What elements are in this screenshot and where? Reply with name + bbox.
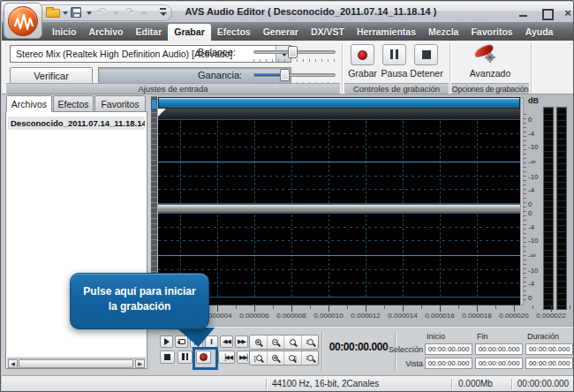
stop-playback-button[interactable] xyxy=(160,351,175,364)
file-list-item[interactable]: Desconocido_2011.07.14_11.18.14 xyxy=(8,117,145,130)
tab-archivo[interactable]: Archivo xyxy=(82,24,129,41)
sidebar-tab-favoritos[interactable]: Favoritos xyxy=(94,95,146,112)
status-separator xyxy=(511,379,512,390)
overview-seek-bar[interactable] xyxy=(158,97,520,109)
timeline-label: 0.000016 xyxy=(421,312,458,320)
record-button-highlight xyxy=(193,347,218,370)
save-icon[interactable] xyxy=(71,7,81,18)
cursor-button[interactable]: I xyxy=(205,335,218,348)
group-label-record-controls: Controles de grabación xyxy=(344,83,449,94)
ribbon: Stereo Mix (Realtek High Definition Audi… xyxy=(2,41,574,94)
vertical-zoom-thumb[interactable] xyxy=(151,99,157,109)
group-separator xyxy=(449,42,450,93)
tooltip-text-line2: la grabación xyxy=(71,299,208,314)
tab-favoritos[interactable]: Favoritos xyxy=(464,24,518,41)
timeline-label: 0.000014 xyxy=(384,312,421,320)
timeline-label: 0.000008 xyxy=(273,312,310,320)
selection-start-field[interactable]: 00:00:00.000 xyxy=(425,343,472,355)
transport-panel: I ◀◀ ▶▶ ▕◀◀ ▶▶▏ + − ⁞ [ + ] ⁞ 00:00:00.0… xyxy=(151,326,573,375)
vista-start-field[interactable]: 00:00:00.000 xyxy=(425,358,472,369)
file-list: Desconocido_2011.07.14_11.18.14 ◀ ▶ xyxy=(5,111,147,369)
undo-dropdown-arrow-icon[interactable] xyxy=(113,11,118,15)
timeline-label: 0.000006 xyxy=(236,312,273,320)
open-folder-icon[interactable] xyxy=(46,9,60,18)
redo-dropdown-arrow-icon[interactable] xyxy=(141,11,147,15)
open-dropdown-arrow-icon[interactable] xyxy=(63,11,68,15)
undo-icon[interactable]: ↶ xyxy=(97,5,106,18)
waveform-channel-right[interactable] xyxy=(158,213,520,298)
zoom-selection-end-button[interactable]: ] xyxy=(284,351,302,365)
zoom-selection-icon xyxy=(290,339,296,345)
tab-dxvst[interactable]: DX/VST xyxy=(305,24,351,41)
gain-slider[interactable] xyxy=(253,73,336,77)
zoom-toolbar-row1: + − ⁞ xyxy=(249,335,319,350)
zoom-in-icon: + xyxy=(255,339,261,345)
play-position-marker-icon[interactable] xyxy=(158,109,166,117)
tab-herramientas[interactable]: Herramientas xyxy=(351,24,422,41)
zoom-level-button[interactable]: ⁞ xyxy=(302,335,319,349)
close-button[interactable]: × xyxy=(561,7,574,19)
play-button[interactable] xyxy=(160,335,173,348)
stop-icon xyxy=(164,354,170,360)
stop-button[interactable] xyxy=(414,44,438,65)
balance-slider-ticks xyxy=(253,59,336,62)
group-separator xyxy=(531,42,532,93)
maximize-button[interactable] xyxy=(540,7,554,19)
minimize-button[interactable] xyxy=(517,7,531,19)
gear-icon xyxy=(487,54,494,61)
loop-play-button[interactable] xyxy=(175,335,188,348)
tab-generar[interactable]: Generar xyxy=(257,24,305,41)
zoom-vertical-level-button[interactable]: ⁞ xyxy=(302,351,319,365)
zoom-out-button[interactable]: − xyxy=(268,335,285,349)
gain-slider-thumb[interactable] xyxy=(280,69,290,81)
advanced-button[interactable] xyxy=(469,45,504,66)
record-button[interactable] xyxy=(351,44,374,65)
channel-divider[interactable] xyxy=(158,204,520,213)
record-button-label: Grabar xyxy=(344,68,381,79)
zoom-selection-start-button[interactable]: [ xyxy=(250,351,268,365)
rewind-button[interactable]: ◀◀ xyxy=(220,335,233,348)
vista-duration-field[interactable]: 00:00:00.000 xyxy=(525,358,573,369)
go-to-start-button[interactable]: ▕◀◀ xyxy=(218,351,235,364)
zoom-in-button[interactable]: + xyxy=(250,335,268,349)
selection-end-field[interactable]: 00:00:00.000 xyxy=(475,343,523,355)
app-logo-plate[interactable] xyxy=(4,3,42,39)
pause-playback-button[interactable] xyxy=(177,351,193,364)
window-title: AVS Audio Editor ( Desconocido_2011.07.1… xyxy=(161,6,461,17)
scroll-right-icon[interactable]: ▶ xyxy=(135,359,145,368)
balance-slider-thumb[interactable] xyxy=(288,46,298,58)
save-dropdown-arrow-icon[interactable] xyxy=(87,11,92,15)
timeline-label: 0.000010 xyxy=(310,312,347,320)
db-unit-label: dB xyxy=(528,96,539,105)
timeline-label: 0.000022 xyxy=(532,312,570,320)
fast-forward-button[interactable]: ▶▶ xyxy=(235,335,248,348)
status-separator xyxy=(266,379,267,390)
balance-slider[interactable] xyxy=(253,50,336,54)
waveform-channel-left[interactable] xyxy=(158,119,520,204)
zoom-vertical-icon: + xyxy=(272,355,278,361)
pause-icon xyxy=(389,47,400,63)
position-ruler[interactable] xyxy=(158,109,520,119)
timeline-label: 0.000018 xyxy=(458,312,495,320)
tab-ayuda[interactable]: Ayuda xyxy=(519,24,560,41)
tab-inicio[interactable]: Inicio xyxy=(46,24,82,41)
pause-button[interactable] xyxy=(382,44,406,65)
vista-end-field[interactable]: 00:00:00.000 xyxy=(475,358,523,369)
waveform-display[interactable] xyxy=(158,119,520,305)
sidebar-tab-efectos[interactable]: Efectos xyxy=(53,95,94,112)
tab-editar[interactable]: Editar xyxy=(130,24,169,41)
verify-button[interactable]: Verificar xyxy=(10,67,93,85)
zoom-selection-button[interactable] xyxy=(284,335,302,349)
zoom-vertical-button[interactable]: + xyxy=(268,351,285,365)
status-audio-format: 44100 Hz, 16-bit, 2Canales xyxy=(272,376,379,392)
input-device-select[interactable]: Stereo Mix (Realtek High Definition Audi… xyxy=(10,45,291,63)
selection-duration-field[interactable]: 00:00:00.000 xyxy=(525,343,573,355)
sidebar-tab-archivos[interactable]: Archivos xyxy=(6,95,52,112)
scroll-left-icon[interactable]: ◀ xyxy=(8,359,18,368)
tab-grabar[interactable]: Grabar xyxy=(168,24,210,41)
horizontal-scrollbar[interactable]: ◀ ▶ xyxy=(7,358,146,368)
tab-efectos[interactable]: Efectos xyxy=(211,24,257,41)
tab-mezcla[interactable]: Mezcla xyxy=(422,24,464,41)
redo-icon[interactable]: ↷ xyxy=(125,5,134,18)
scrollbar-thumb[interactable] xyxy=(19,359,133,368)
